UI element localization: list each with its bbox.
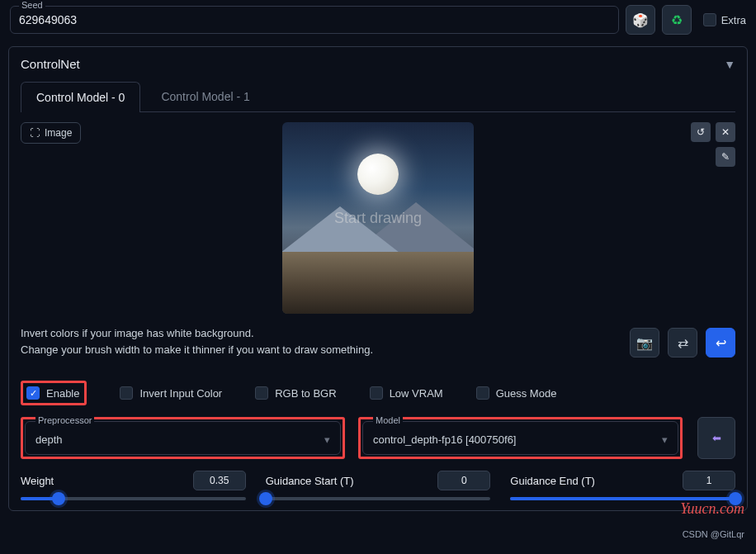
preprocessor-label: Preprocessor [35,415,94,425]
dice-icon: 🎲 [632,12,649,28]
watermark-gray: CSDN @GitLqr [683,529,744,539]
tabs: Control Model - 0 Control Model - 1 [21,81,735,112]
panel-header[interactable]: ControlNet ▼ [21,57,735,71]
preprocessor-group: Preprocessor depth ▾ [21,417,345,459]
arrow-left-icon: ⬅ [712,432,721,444]
checkbox-icon [120,386,133,400]
weight-slider[interactable] [21,497,246,500]
checkbox-icon [255,386,268,400]
help-line-2: Change your brush width to make it thinn… [21,342,373,358]
image-tab-label: Image [45,127,72,139]
seed-field[interactable]: Seed 629649063 [10,6,619,34]
seed-label: Seed [19,0,45,10]
webcam-button[interactable]: 📷 [630,328,659,357]
invert-label: Invert Input Color [139,387,222,400]
weight-label: Weight [21,475,54,487]
ground-graphic [282,252,474,314]
recycle-button[interactable]: ♻ [662,5,692,35]
tab-control-model-1[interactable]: Control Model - 1 [145,81,265,111]
pen-icon: ✎ [721,151,730,163]
model-group: Model control_depth-fp16 [400750f6] ▾ [358,417,683,459]
enable-checkbox[interactable]: ✓ Enable [21,381,87,405]
action-buttons: 📷 ⇄ ↩ [630,328,735,357]
image-icon: ⛶ [30,127,40,139]
checkbox-icon [703,13,716,26]
checkbox-icon [476,386,489,400]
checks-row: ✓ Enable Invert Input Color RGB to BGR L… [21,381,735,405]
preprocessor-value: depth [35,433,63,446]
check-icon: ✓ [26,386,40,400]
tab-control-model-0[interactable]: Control Model - 0 [21,82,140,112]
guess-label: Guess Mode [496,387,557,400]
vram-label: Low VRAM [390,387,443,400]
image-tools: ↺ ✕ ✎ [691,122,735,167]
seed-row: Seed 629649063 🎲 ♻ Extra [0,0,756,40]
webcam-icon: 📷 [636,335,653,351]
gend-label: Guidance End (T) [510,475,595,487]
model-value: control_depth-fp16 [400750f6] [373,433,516,446]
checkbox-icon [370,386,383,400]
invert-checkbox[interactable]: Invert Input Color [120,386,222,400]
guessmode-checkbox[interactable]: Guess Mode [476,386,557,400]
chevron-down-icon: ▾ [662,433,668,446]
chevron-down-icon: ▾ [324,433,330,446]
panel-title: ControlNet [21,57,80,71]
guidance-end-slider-group: Guidance End (T) [510,471,735,500]
swap-icon: ⇄ [678,335,688,351]
guidance-start-slider-group: Guidance Start (T) [266,471,491,500]
extra-checkbox[interactable]: Extra [703,13,746,26]
extra-label: Extra [721,14,746,26]
image-preview[interactable]: Start drawing [282,122,474,314]
model-dropdown[interactable]: Model control_depth-fp16 [400750f6] ▾ [362,421,678,455]
recycle-icon: ♻ [671,12,683,28]
dropdown-row: Preprocessor depth ▾ Model control_depth… [21,417,735,459]
seed-value: 629649063 [19,13,610,26]
watermark-red: Yuucn.com [680,500,744,518]
model-label: Model [373,415,403,425]
weight-input[interactable] [193,471,246,490]
image-area: ⛶ Image Start drawing ↺ ✕ ✎ [21,122,735,314]
moon-graphic [357,154,399,195]
sliders-row: Weight Guidance Start (T) Guidance End (… [21,471,735,500]
preprocessor-dropdown[interactable]: Preprocessor depth ▾ [25,421,341,455]
help-line-1: Invert colors if your image has white ba… [21,325,373,342]
swap-button[interactable]: ⇄ [668,328,697,357]
undo-button[interactable]: ↺ [691,122,711,142]
image-tab-button[interactable]: ⛶ Image [21,122,81,144]
undo-icon: ↺ [697,126,705,138]
dice-button[interactable]: 🎲 [626,5,655,35]
lowvram-checkbox[interactable]: Low VRAM [370,386,443,400]
enable-label: Enable [46,387,79,400]
gstart-label: Guidance Start (T) [266,475,354,487]
rgb-checkbox[interactable]: RGB to BGR [255,386,336,400]
gend-input[interactable] [683,471,735,490]
rgb-label: RGB to BGR [275,387,336,400]
gstart-input[interactable] [437,471,490,490]
controlnet-panel: ControlNet ▼ Control Model - 0 Control M… [8,46,748,511]
close-button[interactable]: ✕ [716,122,735,142]
caret-down-icon: ▼ [724,58,735,71]
gstart-slider[interactable] [266,497,491,500]
weight-slider-group: Weight [21,471,246,500]
pen-button[interactable]: ✎ [716,147,735,167]
help-text: Invert colors if your image has white ba… [21,325,373,357]
send-icon: ↩ [716,335,726,351]
send-button[interactable]: ↩ [706,328,735,357]
run-preprocess-button[interactable]: ⬅ [697,417,735,459]
close-icon: ✕ [721,126,730,138]
canvas-hint: Start drawing [334,210,422,227]
